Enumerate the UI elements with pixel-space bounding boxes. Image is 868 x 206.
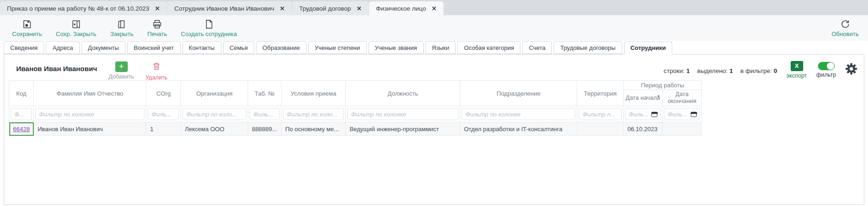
tab-osobaya-kategoriya[interactable]: Особая категория [457, 41, 520, 54]
col-header-name[interactable]: Фамилия Имя Отчество [34, 81, 146, 106]
cell-territory[interactable] [577, 122, 624, 136]
col-header-code[interactable]: Код [9, 81, 34, 106]
toggle-on-icon[interactable] [818, 62, 835, 70]
col-header-tab-no[interactable]: Таб. № [248, 81, 281, 106]
delete-label: Удалить [140, 74, 173, 81]
tab-kontakty[interactable]: Контакты [182, 41, 221, 54]
cell-corg[interactable]: 1 [146, 122, 181, 136]
sort-desc-icon[interactable]: ▼ [656, 94, 660, 98]
filter-input-position[interactable] [347, 108, 458, 120]
refresh-icon [840, 19, 850, 30]
tab-obrazovanie[interactable]: Образование [256, 41, 306, 54]
filter-input-name[interactable] [35, 108, 144, 120]
trash-icon[interactable] [152, 61, 161, 71]
col-header-corg[interactable]: COrg [146, 81, 181, 106]
window-tab-label: Физическое лицо [376, 5, 426, 12]
save-close-icon [71, 19, 81, 30]
in-filter-stat: в фильтре: 0 [740, 67, 777, 74]
calendar-icon[interactable] [691, 112, 697, 117]
toggle-knob[interactable] [827, 62, 834, 70]
rows-stat: строки: 1 [664, 67, 690, 74]
col-header-department[interactable]: Подразделение [460, 81, 577, 106]
employees-panel: Иванов Иван Иванович + Добавить Удалить … [4, 54, 864, 205]
window-tab-label: Трудовой договор [299, 5, 351, 12]
tab-trudovye-dogovory[interactable]: Трудовые договоры [554, 41, 622, 54]
window-tab-prikaz[interactable]: Приказ о приеме на работу № 48-к от 06.1… [0, 1, 167, 15]
export-excel-button[interactable]: X экспорт [787, 61, 807, 79]
close-button[interactable]: Закрыть [110, 19, 133, 37]
door-icon [117, 19, 127, 30]
cell-org[interactable]: Лексема ООО [181, 122, 248, 136]
col-header-terms[interactable]: Условия приема [281, 81, 346, 106]
selected-stat: выделено: 1 [697, 67, 733, 74]
save-icon [22, 19, 32, 30]
add-label: Добавить [105, 73, 137, 80]
window-tab-bar: Приказ о приеме на работу № 48-к от 06.1… [0, 0, 868, 15]
col-header-position[interactable]: Должность [346, 81, 460, 106]
filter-input-terms[interactable] [283, 108, 344, 120]
window-tab-trudovoy-dogovor[interactable]: Трудовой договор ✕ [292, 1, 368, 15]
cell-name[interactable]: Иванов Иван Иванович [34, 122, 146, 136]
col-header-date-end[interactable]: Дата окончания [662, 90, 702, 106]
tab-dokumenty[interactable]: Документы [81, 41, 125, 54]
tab-sotrudniki[interactable]: Сотрудники [624, 42, 673, 55]
create-employee-button[interactable]: Создать сотрудника [181, 19, 237, 37]
filter-input-code[interactable] [11, 108, 32, 120]
col-header-org[interactable]: Организация [181, 81, 248, 106]
save-label: Сохранить [12, 30, 42, 37]
delete-row-button[interactable]: Удалить [140, 61, 173, 81]
refresh-label: Обновить [831, 30, 859, 37]
add-row-button[interactable]: + Добавить [105, 61, 137, 80]
filter-input-territory[interactable] [579, 108, 622, 120]
close-icon[interactable]: ✕ [280, 6, 285, 12]
tab-uchenye-zvaniya[interactable]: Ученые звания [368, 41, 424, 54]
tab-voinskiy-uchet[interactable]: Воинский учет [127, 41, 181, 54]
settings-button[interactable] [845, 63, 857, 75]
tab-uchenye-stepeni[interactable]: Ученые степени [308, 41, 367, 54]
calendar-icon[interactable] [651, 112, 657, 117]
filter-input-tab-no[interactable] [250, 108, 280, 120]
printer-icon [152, 19, 162, 30]
cell-position[interactable]: Ведущий инженер-программист [346, 122, 460, 136]
print-label: Печать [147, 30, 167, 37]
tab-svedeniya[interactable]: Сведения [4, 41, 44, 54]
tab-scheta[interactable]: Счета [522, 41, 552, 54]
close-icon[interactable]: ✕ [356, 6, 362, 12]
grid-controls: строки: 1 выделено: 1 в фильтре: 0 X экс… [664, 59, 857, 79]
cell-department[interactable]: Отдел разработки и IT-консалтинга [460, 122, 577, 136]
filter-input-org[interactable] [182, 108, 246, 120]
window-tab-label: Приказ о приеме на работу № 48-к от 06.1… [7, 5, 150, 12]
gear-icon[interactable] [845, 63, 857, 75]
page-title: Иванов Иван Иванович [16, 65, 97, 73]
filter-input-department[interactable] [462, 108, 575, 120]
filter-toggle[interactable]: фильтр [816, 61, 836, 78]
cell-code[interactable]: 66428 [9, 122, 34, 136]
code-link[interactable]: 66428 [13, 126, 30, 133]
employees-table: Код Фамилия Имя Отчество COrg Организаци… [9, 80, 702, 136]
cell-tab-no[interactable]: 888889... [248, 122, 281, 136]
cell-date-start[interactable]: 06.10.2023 [624, 122, 662, 136]
table-row[interactable]: 66428 Иванов Иван Иванович 1 Лексема ООО… [9, 122, 702, 136]
filter-input-corg[interactable] [148, 108, 179, 120]
tab-semya[interactable]: Семья [223, 41, 254, 54]
print-button[interactable]: Печать [147, 19, 167, 37]
cell-terms[interactable]: По основному ме... [281, 122, 346, 136]
section-tab-bar: Сведения Адреса Документы Воинский учет … [0, 41, 868, 54]
plus-icon[interactable]: + [115, 61, 128, 72]
window-tab-fizicheskoe-litso[interactable]: Физическое лицо ✕ [369, 1, 443, 15]
close-icon[interactable]: ✕ [431, 6, 437, 12]
tab-adresa[interactable]: Адреса [46, 41, 79, 54]
col-header-territory[interactable]: Территория [577, 81, 624, 106]
export-label: экспорт [787, 73, 807, 79]
toolbar: Сохранить Сохр. Закрыть Закрыть Печать С… [0, 15, 868, 41]
refresh-button[interactable]: Обновить [831, 19, 859, 37]
col-header-date-start[interactable]: Дата начала ▼ [624, 90, 662, 106]
window-tab-sotrudnik[interactable]: Сотрудник Иванов Иван Иванович ✕ [167, 1, 292, 15]
save-button[interactable]: Сохранить [12, 19, 42, 37]
excel-icon[interactable]: X [791, 61, 803, 71]
close-icon[interactable]: ✕ [155, 6, 160, 12]
save-close-button[interactable]: Сохр. Закрыть [56, 19, 97, 37]
tab-yazyki[interactable]: Языки [425, 41, 456, 54]
filter-row [9, 106, 702, 122]
cell-date-end[interactable] [662, 122, 702, 136]
